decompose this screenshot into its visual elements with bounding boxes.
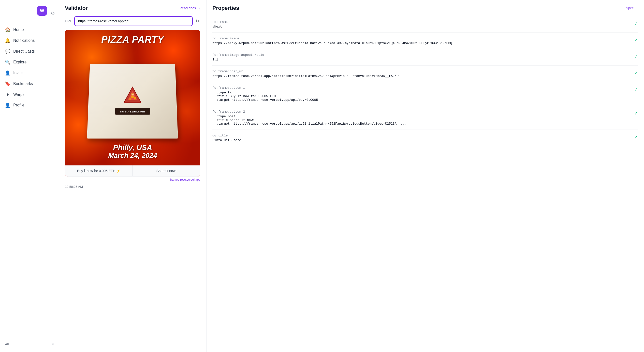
property-line: :title Share it now! [212,118,631,122]
property-key: fc:frame:button:1 [212,86,631,90]
share-now-button[interactable]: Share it now! [133,166,200,176]
validator-panel: Validator Read docs → URL ↻ PIZZA PARTY [59,0,206,352]
property-value: Pinta Hat Store [212,138,631,142]
pizza-frame: PIZZA PARTY 🍕 rarepizzas.com [65,30,200,166]
sidebar-top: W ⚙ [0,4,59,22]
validator-title: Validator [65,5,88,11]
chevron-down-icon: ▾ [52,342,54,346]
valid-check-icon: ✓ [634,134,638,140]
sidebar-item-notifications[interactable]: 🔔 Notifications [2,36,57,46]
property-value: :type tx:title Buy it now for 0.005 ETH:… [212,91,631,102]
property-item-3: fc:frame:post_url https://frames-rose.ve… [212,66,638,82]
valid-check-icon: ✓ [634,21,638,26]
app-logo[interactable]: W [37,6,47,16]
refresh-button[interactable]: ↻ [195,18,200,25]
url-input[interactable] [74,16,193,26]
property-item-6: og:title Pinta Hat Store ✓ [212,130,638,146]
frame-source: frames-rose.vercel.app [65,176,200,183]
sidebar-item-label-invite: Invite [13,71,22,75]
buy-now-button[interactable]: Buy it now for 0.005 ETH ⚡ [65,166,133,176]
spec-link[interactable]: Spec → [626,6,638,10]
property-content-2: fc:frame:image:aspect_ratio 1:1 [212,53,631,62]
property-content-3: fc:frame:post_url https://frames-rose.ve… [212,70,631,78]
property-item-1: fc:frame:image https://proxy.wrpcd.net/?… [212,33,638,49]
pizza-box-logo: 🍕 rarepizzas.com [115,86,150,115]
valid-check-icon: ✓ [634,70,638,76]
pizza-box-url: rarepizzas.com [115,108,150,115]
pizza-date: March 24, 2024 [108,152,157,160]
property-item-0: fc:frame vNext ✓ [212,16,638,33]
pizza-city: Philly, USA [108,143,157,152]
sidebar: W ⚙ 🏠 Home 🔔 Notifications 💬 Direct Cast… [0,0,59,352]
property-content-6: og:title Pinta Hat Store [212,134,631,142]
main-content: Validator Read docs → URL ↻ PIZZA PARTY [59,0,644,352]
property-value-text: vNext [212,25,222,28]
sidebar-item-home[interactable]: 🏠 Home [2,24,57,35]
direct-casts-icon: 💬 [5,49,10,54]
explore-icon: 🔍 [5,60,10,65]
read-docs-link[interactable]: Read docs → [180,6,200,10]
property-content-0: fc:frame vNext [212,20,631,28]
sidebar-section-label: All [5,342,9,346]
warps-icon: ♦ [5,92,10,97]
property-value: https://frames-rose.vercel.app/api/finis… [212,74,631,78]
property-line: :type post [212,114,631,118]
properties-list: fc:frame vNext ✓ fc:frame:image https://… [212,16,638,146]
sidebar-item-label-warps: Warps [13,92,24,97]
notifications-icon: 🔔 [5,38,10,43]
frame-buttons: Buy it now for 0.005 ETH ⚡ Share it now! [65,166,200,176]
svg-text:🍕: 🍕 [130,93,135,97]
property-value: 1:1 [212,58,631,62]
sidebar-nav: 🏠 Home 🔔 Notifications 💬 Direct Casts 🔍 … [0,24,59,340]
property-item-2: fc:frame:image:aspect_ratio 1:1 ✓ [212,49,638,66]
property-value-text: https://proxy.wrpcd.net/?url=https%3A%2F… [212,41,458,45]
settings-icon[interactable]: ⚙ [51,10,55,16]
property-item-4: fc:frame:button:1 :type tx:title Buy it … [212,82,638,106]
sidebar-item-invite[interactable]: 👤 Invite [2,68,57,78]
property-line: :target https://frames-rose.vercel.app/a… [212,122,631,126]
sidebar-item-warps[interactable]: ♦ Warps [2,90,57,100]
sidebar-section-all[interactable]: All ▾ [0,340,59,348]
profile-icon: 👤 [5,102,10,108]
properties-header: Properties Spec → [212,5,638,11]
sidebar-item-profile[interactable]: 👤 Profile [2,100,57,110]
property-line: :type tx [212,91,631,94]
validator-header: Validator Read docs → [65,5,200,11]
frame-image-container: PIZZA PARTY 🍕 rarepizzas.com [65,30,200,176]
sidebar-item-direct-casts[interactable]: 💬 Direct Casts [2,46,57,56]
property-line: :target https://frames-rose.vercel.app/a… [212,98,631,102]
property-value: :type post:title Share it now!:target ht… [212,114,631,126]
property-content-1: fc:frame:image https://proxy.wrpcd.net/?… [212,37,631,45]
sidebar-item-label-profile: Profile [13,103,24,108]
sidebar-item-explore[interactable]: 🔍 Explore [2,57,57,67]
property-value-text: https://frames-rose.vercel.app/api/finis… [212,74,400,78]
property-content-4: fc:frame:button:1 :type tx:title Buy it … [212,86,631,102]
properties-panel: Properties Spec → fc:frame vNext ✓ fc:fr… [206,0,644,352]
sidebar-item-label-direct-casts: Direct Casts [13,49,35,54]
valid-check-icon: ✓ [634,110,638,116]
bookmarks-icon: 🔖 [5,81,10,86]
property-line: :title Buy it now for 0.005 ETH [212,94,631,98]
sidebar-item-label-bookmarks: Bookmarks [13,82,33,86]
property-value-text: 1:1 [212,58,218,62]
sidebar-item-label-home: Home [13,28,24,32]
timestamp: 10:58:26 AM [65,183,200,188]
property-item-5: fc:frame:button:2 :type post:title Share… [212,106,638,130]
pizza-location-text: Philly, USA March 24, 2024 [108,143,157,160]
valid-check-icon: ✓ [634,54,638,60]
property-value-text: Pinta Hat Store [212,138,241,142]
property-value: vNext [212,25,631,28]
property-key: fc:frame:post_url [212,70,631,73]
property-key: fc:frame:image:aspect_ratio [212,53,631,57]
content-row: Validator Read docs → URL ↻ PIZZA PARTY [59,0,644,352]
property-key: fc:frame [212,20,631,24]
url-label: URL [65,19,72,23]
valid-check-icon: ✓ [634,37,638,43]
property-content-5: fc:frame:button:2 :type post:title Share… [212,110,631,126]
properties-title: Properties [212,5,239,11]
property-key: og:title [212,134,631,138]
property-key: fc:frame:image [212,37,631,40]
sidebar-item-bookmarks[interactable]: 🔖 Bookmarks [2,79,57,89]
pizza-box: 🍕 rarepizzas.com [87,64,178,139]
sidebar-item-label-notifications: Notifications [13,38,35,43]
